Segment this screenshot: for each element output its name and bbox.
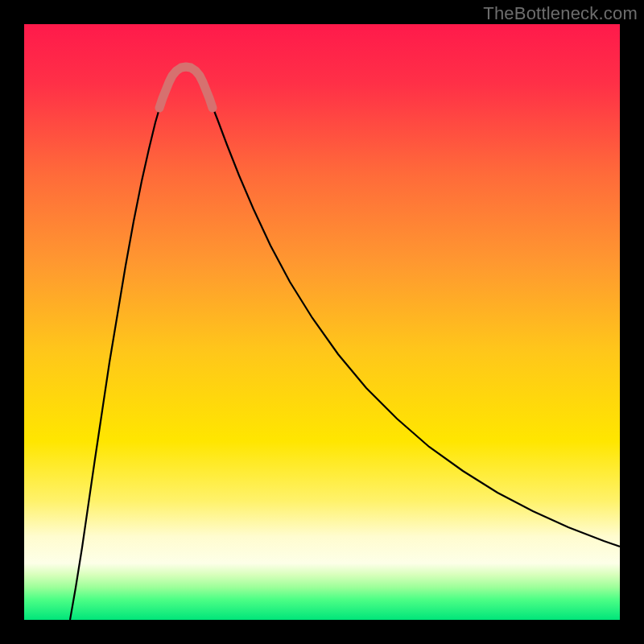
chart-stage: TheBottleneck.com [0,0,644,644]
valley-highlight [159,67,213,108]
curve-layer [24,24,620,620]
bottleneck-curve [70,68,620,620]
plot-area [24,24,620,620]
watermark-text: TheBottleneck.com [483,3,638,24]
